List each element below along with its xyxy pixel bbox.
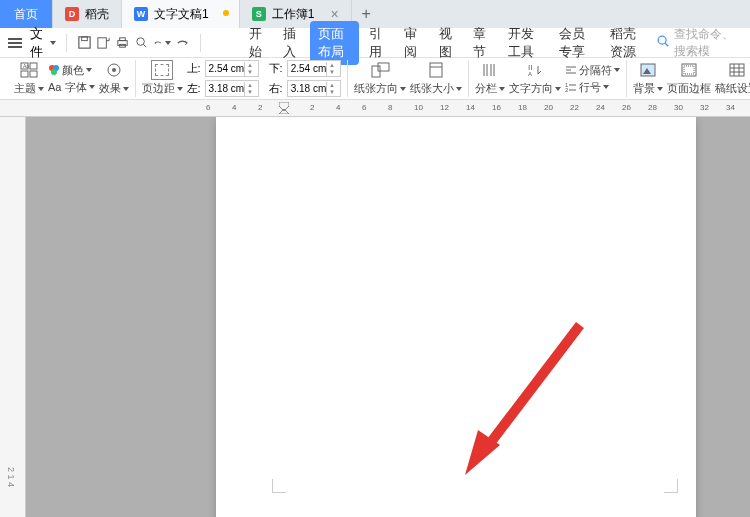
svg-text:A: A	[528, 71, 532, 77]
group-theme: Aa 主题 颜色 Aa 字体 效果	[8, 60, 136, 97]
margin-top-label: 上:	[187, 61, 201, 76]
background-label: 背景	[633, 81, 663, 96]
svg-rect-40	[684, 66, 694, 74]
top-toolbar: 文件 开始 插入 页面布局 引用 审阅 视图 章节 开发工具 会员专享 稻壳资源…	[0, 28, 750, 58]
background-button[interactable]: 背景	[633, 61, 663, 96]
file-menu[interactable]: 文件	[30, 25, 57, 61]
preview-icon[interactable]	[134, 34, 149, 52]
columns-button[interactable]: 分栏	[475, 61, 505, 96]
tab-docer-label: 稻壳	[85, 6, 109, 23]
font-button[interactable]: Aa 字体	[48, 80, 95, 95]
workspace: 2 1 4	[0, 117, 750, 517]
svg-rect-12	[21, 71, 28, 77]
ribbon-tab-dev[interactable]: 开发工具	[500, 21, 549, 65]
group-paper: 纸张方向 纸张大小	[348, 60, 469, 97]
svg-line-7	[143, 44, 146, 47]
orientation-button[interactable]: 纸张方向	[354, 61, 406, 96]
tab-doc1-label: 文字文稿1	[154, 6, 209, 23]
svg-point-6	[137, 38, 145, 46]
tab-document-1[interactable]: W 文字文稿1	[122, 0, 240, 28]
border-label: 页面边框	[667, 81, 711, 96]
margins-label: 页边距	[142, 81, 183, 96]
horizontal-ruler[interactable]: 6422468101214161820222426283032343638404…	[0, 100, 750, 117]
search-box[interactable]: 查找命令、搜索模	[656, 26, 742, 60]
redo-button[interactable]	[175, 34, 190, 52]
ribbon-panel: Aa 主题 颜色 Aa 字体 效果 页边距 上: 2.54 cm▲▼ 下: 2.…	[0, 58, 750, 100]
separator	[200, 34, 201, 52]
effect-label: 效果	[99, 81, 129, 96]
ribbon-tab-review[interactable]: 审阅	[396, 21, 429, 65]
margin-right-label: 右:	[269, 81, 283, 96]
svg-text:Aa: Aa	[23, 63, 29, 69]
print-icon[interactable]	[115, 34, 130, 52]
ribbon-tab-view[interactable]: 视图	[431, 21, 464, 65]
orientation-label: 纸张方向	[354, 81, 406, 96]
svg-point-19	[112, 68, 116, 72]
margin-right-input[interactable]: 3.18 cm▲▼	[287, 80, 341, 97]
margin-bottom-input[interactable]: 2.54 cm▲▼	[287, 60, 341, 77]
ribbon-tabs: 开始 插入 页面布局 引用 审阅 视图 章节 开发工具 会员专享 稻壳资源	[241, 21, 652, 65]
ribbon-tab-resource[interactable]: 稻壳资源	[602, 21, 651, 65]
columns-label: 分栏	[475, 81, 505, 96]
text-direction-button[interactable]: IIA 文字方向	[509, 61, 561, 96]
svg-point-17	[51, 69, 57, 75]
export-icon[interactable]	[96, 34, 111, 52]
group-columns: 分栏 IIA 文字方向 分隔符 12行号	[469, 60, 627, 97]
page-indicator: 2 1 4	[6, 467, 16, 487]
ribbon-tab-member[interactable]: 会员专享	[551, 21, 600, 65]
lineno-button[interactable]: 12行号	[565, 80, 609, 95]
ribbon-tab-start[interactable]: 开始	[241, 21, 274, 65]
svg-rect-41	[730, 64, 744, 76]
theme-button[interactable]: Aa 主题	[14, 61, 44, 96]
unsaved-indicator-icon	[223, 10, 229, 16]
margin-bottom-label: 下:	[269, 61, 283, 76]
group-margins: 页边距 上: 2.54 cm▲▼ 下: 2.54 cm▲▼ 左: 3.18 cm…	[136, 60, 348, 97]
svg-rect-22	[430, 63, 442, 77]
svg-rect-4	[120, 38, 126, 41]
word-icon: W	[134, 7, 148, 21]
docer-icon: D	[65, 7, 79, 21]
svg-rect-11	[30, 63, 37, 69]
paper-settings-button[interactable]: 稿纸设置	[715, 61, 750, 96]
excel-icon: S	[252, 7, 266, 21]
paper-label: 稿纸设置	[715, 81, 750, 96]
svg-line-9	[665, 43, 668, 46]
ribbon-tab-insert[interactable]: 插入	[275, 21, 308, 65]
document-area[interactable]	[26, 117, 750, 517]
color-button[interactable]: 颜色	[48, 63, 92, 78]
textdir-label: 文字方向	[509, 81, 561, 96]
save-icon[interactable]	[77, 34, 92, 52]
size-label: 纸张大小	[410, 81, 462, 96]
breaks-button[interactable]: 分隔符	[565, 63, 620, 78]
page-1[interactable]	[216, 117, 696, 517]
effect-button[interactable]: 效果	[99, 61, 129, 96]
undo-button[interactable]	[153, 34, 171, 52]
margin-left-input[interactable]: 3.18 cm▲▼	[205, 80, 259, 97]
hamburger-icon[interactable]	[8, 38, 22, 48]
svg-rect-0	[79, 37, 90, 48]
separator	[66, 34, 67, 52]
ribbon-tab-layout[interactable]: 页面布局	[310, 21, 359, 65]
search-placeholder: 查找命令、搜索模	[674, 26, 742, 60]
tab-docer[interactable]: D 稻壳	[53, 0, 122, 28]
margin-corner-icon	[664, 479, 678, 493]
indent-handle-icon[interactable]	[279, 102, 289, 114]
page-border-button[interactable]: 页面边框	[667, 61, 711, 96]
margin-top-input[interactable]: 2.54 cm▲▼	[205, 60, 259, 77]
svg-rect-2	[98, 38, 106, 48]
search-icon	[656, 34, 670, 51]
ribbon-tab-chapter[interactable]: 章节	[465, 21, 498, 65]
margins-button[interactable]: 页边距	[142, 61, 183, 96]
margin-left-label: 左:	[187, 81, 201, 96]
ribbon-tab-reference[interactable]: 引用	[361, 21, 394, 65]
theme-label: 主题	[14, 81, 44, 96]
size-button[interactable]: 纸张大小	[410, 61, 462, 96]
margin-corner-icon	[272, 479, 286, 493]
svg-text:2: 2	[565, 87, 569, 92]
group-background: 背景 页面边框 稿纸设置 文	[627, 60, 750, 97]
svg-point-8	[658, 36, 666, 44]
svg-rect-13	[30, 71, 37, 77]
vertical-ruler[interactable]: 2 1 4	[0, 117, 26, 517]
